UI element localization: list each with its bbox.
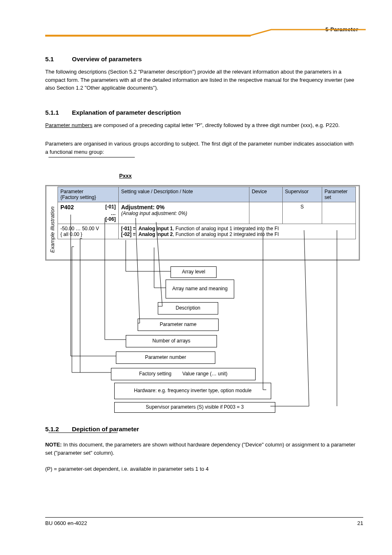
note-text: In this document, the parameters are sho…: [45, 442, 355, 456]
note-label: NOTE:: [45, 442, 62, 448]
page-footer: BU 0600 en-4022 21: [45, 517, 363, 526]
section-5-1-2-num: 5.1.2: [45, 426, 59, 432]
footer-left: BU 0600 en-4022: [45, 520, 87, 526]
section-5-1-2-title: Depiction of parameter: [72, 426, 139, 432]
underline-rule-2: [48, 432, 118, 433]
footer-right: 21: [357, 520, 363, 526]
note-paragraph: NOTE: In this document, the parameters a…: [45, 441, 357, 473]
callout-pset: (P) = parameter-set dependent, i.e. avai…: [45, 466, 209, 472]
leader-lines: [0, 0, 392, 436]
